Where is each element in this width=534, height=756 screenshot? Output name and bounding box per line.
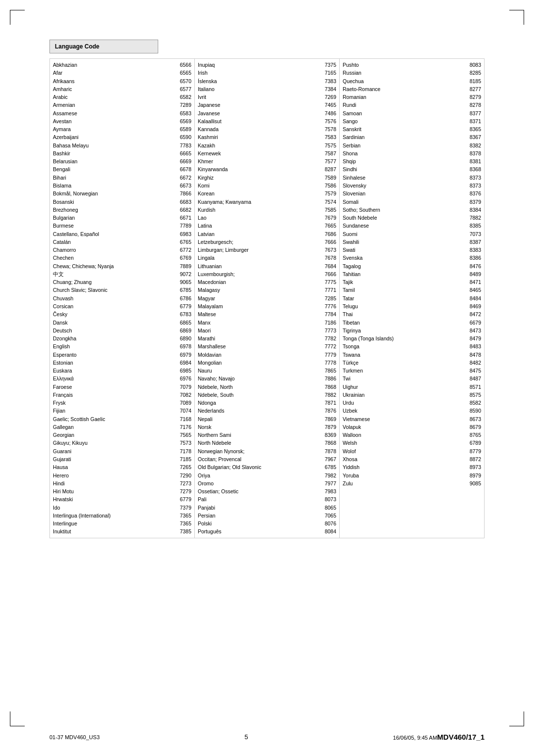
language-name: Old Bulgarian; Old Slavonic: [198, 463, 318, 471]
language-code: 6671: [174, 214, 191, 222]
language-row: Kazakh7575: [198, 142, 336, 149]
language-row: Suomi7073: [343, 230, 481, 238]
language-name: Gallegan: [53, 423, 174, 431]
language-code: 6979: [174, 351, 191, 359]
language-name: Corsican: [53, 302, 174, 310]
language-row: Raeto-Romance8277: [343, 85, 481, 93]
language-name: Suomi: [343, 230, 463, 238]
language-code: 8387: [463, 238, 481, 246]
language-row: Yiddish8973: [343, 463, 481, 471]
language-code: 8473: [463, 327, 481, 334]
language-name: Raeto-Romance: [343, 85, 463, 93]
language-row: Church Slavic; Slavonic6785: [53, 286, 191, 294]
language-row: Guarani7178: [53, 447, 191, 455]
language-name: Bokmål, Norwegian: [53, 189, 174, 197]
language-name: Georgian: [53, 431, 174, 439]
language-name: Tonga (Tonga Islands): [343, 334, 463, 342]
language-name: Vietnamese: [343, 415, 463, 423]
language-name: Ndonga: [198, 399, 318, 407]
language-row: Swati8383: [343, 246, 481, 254]
language-name: Bulgarian: [53, 214, 174, 222]
language-name: Manx: [198, 319, 318, 327]
language-row: Telugu8469: [343, 302, 481, 310]
language-row: Ido7379: [53, 504, 191, 512]
language-row: Latina7665: [198, 222, 336, 230]
language-row: Serbian8382: [343, 142, 481, 149]
language-code: 7871: [318, 399, 336, 407]
language-name: Kirghiz: [198, 174, 318, 182]
language-name: Chechen: [53, 254, 174, 262]
language-name: Česky: [53, 310, 174, 318]
language-row: Türkçe8482: [343, 359, 481, 367]
language-row: Khmer7577: [198, 157, 336, 165]
language-name: Afrikaans: [53, 77, 174, 85]
language-name: Latina: [198, 222, 318, 230]
language-code: 8471: [463, 278, 481, 286]
language-row: Ukrainian8575: [343, 391, 481, 399]
language-code: 7666: [318, 238, 336, 246]
language-row: Gallegan7176: [53, 423, 191, 431]
language-code: 8278: [463, 101, 481, 109]
language-name: Lithuanian: [198, 262, 318, 270]
language-code: 7082: [174, 391, 191, 399]
language-row: Kalaallisut7576: [198, 117, 336, 125]
language-code: 7579: [318, 189, 336, 197]
language-name: Português: [198, 527, 318, 535]
language-name: Avestan: [53, 117, 174, 125]
language-code: 7778: [318, 359, 336, 367]
language-code: 7379: [174, 504, 191, 512]
language-name: Lingala: [198, 254, 318, 262]
language-code: 8279: [463, 93, 481, 101]
language-code: 6985: [174, 367, 191, 375]
language-row: Nepali7869: [198, 415, 336, 423]
language-code: 8571: [463, 383, 481, 391]
language-name: Brezhoneg: [53, 206, 174, 214]
language-name: Uzbek: [343, 407, 463, 415]
language-code: 7186: [318, 319, 336, 327]
language-row: Slovensky8373: [343, 182, 481, 189]
language-code: 7772: [318, 342, 336, 350]
language-code: 7578: [318, 125, 336, 133]
language-name: Abkhazian: [53, 61, 174, 69]
language-code: 7565: [174, 431, 191, 439]
language-code: 6976: [174, 375, 191, 382]
footer-right: 16/06/05, 9:45 AMMDV460/17_1: [393, 733, 485, 741]
language-code: 7574: [318, 198, 336, 206]
language-row: Corsican6779: [53, 302, 191, 310]
language-code: 7383: [318, 77, 336, 85]
language-row: Zulu9085: [343, 479, 481, 487]
language-code: 8373: [463, 182, 481, 189]
language-code: 7168: [174, 415, 191, 423]
language-name: 中文: [53, 270, 174, 278]
language-row: Tagalog8476: [343, 262, 481, 270]
language-row: Navaho; Navajo7886: [198, 375, 336, 382]
language-name: Twi: [343, 375, 463, 382]
language-row: Shqip8381: [343, 157, 481, 165]
language-code: 7176: [174, 423, 191, 431]
language-name: Walloon: [343, 431, 463, 439]
language-code: 6789: [463, 439, 481, 447]
language-code: 7285: [318, 294, 336, 302]
language-row: Castellano, Español6983: [53, 230, 191, 238]
language-row: Tahitian8489: [343, 270, 481, 278]
language-row: Limburgan; Limburger7673: [198, 246, 336, 254]
language-row: Brezhoneg6682: [53, 206, 191, 214]
language-name: Nauru: [198, 367, 318, 375]
language-name: Castellano, Español: [53, 230, 174, 238]
language-code: 7074: [174, 407, 191, 415]
language-code: 7279: [174, 487, 191, 495]
language-name: Church Slavic; Slavonic: [53, 286, 174, 294]
language-code: 7575: [318, 142, 336, 149]
language-row: Chamorro6772: [53, 246, 191, 254]
language-row: Estonian6984: [53, 359, 191, 367]
language-row: Slovenian8376: [343, 189, 481, 197]
language-name: Lao: [198, 214, 318, 222]
language-name: Kuanyama; Kwanyama: [198, 198, 318, 206]
language-row: Magyar7285: [198, 294, 336, 302]
language-code: 6577: [174, 85, 191, 93]
language-name: Sotho; Southern: [343, 206, 463, 214]
language-row: Hausa7265: [53, 463, 191, 471]
language-name: Aymara: [53, 125, 174, 133]
language-name: Oromo: [198, 479, 318, 487]
language-code: 6569: [174, 117, 191, 125]
